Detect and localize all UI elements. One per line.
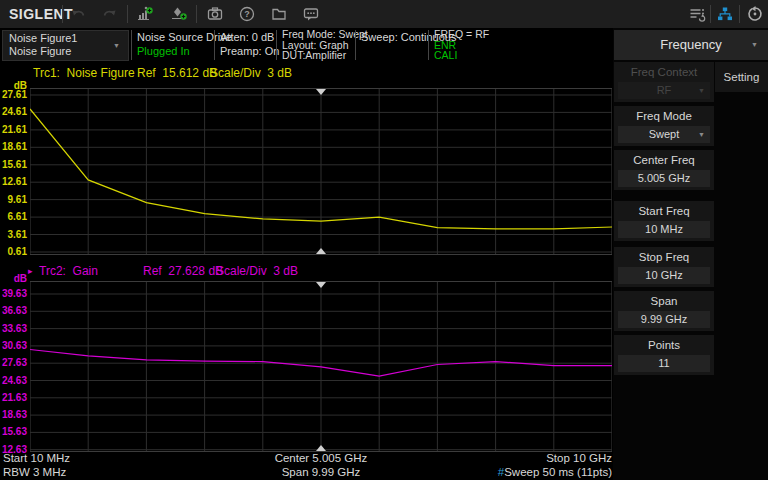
- y-axis-tick: 0.61: [8, 246, 27, 257]
- chevron-down-icon: ▼: [698, 126, 705, 143]
- freq-mode-select[interactable]: Swept▼: [618, 126, 710, 143]
- center-freq-label: Center Freq: [614, 154, 714, 166]
- start-freq-field[interactable]: 10 MHz: [618, 221, 710, 238]
- tab-setting[interactable]: Setting: [715, 62, 768, 92]
- chevron-down-icon: ▼: [698, 82, 705, 99]
- freq-context-label: Freq Context: [614, 66, 714, 78]
- y-axis-tick: 30.63: [2, 340, 27, 351]
- trace1-ref[interactable]: Ref 15.612 dB: [137, 66, 217, 80]
- add-marker-icon[interactable]: [170, 5, 188, 23]
- y-axis-tick: 24.61: [2, 106, 27, 117]
- task-list-icon[interactable]: [688, 5, 706, 23]
- y-axis-tick: 18.63: [2, 409, 27, 420]
- group-points: Points 11: [614, 335, 714, 375]
- trace2-active-arrow-icon: ▸: [28, 266, 33, 276]
- status-separator: [131, 30, 132, 60]
- y-axis-tick: 15.63: [2, 426, 27, 437]
- svg-text:?: ?: [244, 9, 250, 19]
- stop-freq-field[interactable]: 10 GHz: [618, 267, 710, 284]
- stop-freq-label: Stop Freq: [614, 251, 714, 263]
- toolbar-separator: [127, 5, 128, 23]
- sweep-readout: #Sweep 50 ms (11pts): [30, 466, 612, 478]
- group-stop-freq: Stop Freq 10 GHz: [614, 247, 714, 287]
- gain-plot: [30, 281, 612, 452]
- trace1-y-axis: 27.6124.6121.6118.6115.6112.619.616.613.…: [0, 88, 28, 255]
- span-label: Span: [614, 295, 714, 307]
- help-icon[interactable]: ?: [238, 5, 256, 23]
- trace2-header: ▸ Trc2: Gain Ref 27.628 dB Scale/Div 3 d…: [0, 264, 613, 278]
- status-separator: [214, 30, 215, 60]
- trace2-label[interactable]: Trc2: Gain: [39, 264, 98, 278]
- measurement-type: Noise Figure: [9, 45, 77, 58]
- y-axis-tick: 39.63: [2, 288, 27, 299]
- bottom-row-1: Start 10 MHz Center 5.005 GHz Stop 10 GH…: [0, 452, 613, 466]
- y-axis-tick: 12.61: [2, 176, 27, 187]
- group-center-freq: Center Freq 5.005 GHz: [614, 150, 714, 190]
- sidebar-menu-header[interactable]: Frequency ▼: [614, 30, 768, 60]
- points-field[interactable]: 11: [618, 355, 710, 372]
- y-axis-tick: 27.61: [2, 89, 27, 100]
- status-separator: [428, 30, 429, 60]
- y-axis-tick: 24.63: [2, 375, 27, 386]
- preamp-status: Preamp: On: [220, 44, 279, 58]
- stop-freq-readout: Stop 10 GHz: [30, 452, 612, 464]
- trace2-scale[interactable]: Scale/Div 3 dB: [216, 264, 298, 278]
- atten-status: Atten: 0 dB: [220, 30, 279, 44]
- group-freq-mode: Freq Mode Swept▼: [614, 106, 714, 146]
- toolbar-separator: [62, 5, 63, 23]
- group-start-freq: Start Freq 10 MHz: [614, 201, 714, 241]
- points-label: Points: [614, 339, 714, 351]
- file-folder-icon[interactable]: [270, 5, 288, 23]
- freq-mode-label: Freq Mode: [614, 110, 714, 122]
- toolbar-separator: [739, 5, 740, 23]
- noise-figure-plot: [30, 88, 612, 255]
- trace2-y-axis: 39.6336.6333.6330.6327.6324.6321.6318.63…: [0, 281, 28, 452]
- toolbar-separator: [196, 5, 197, 23]
- start-freq-label: Start Freq: [614, 205, 714, 217]
- measurement-name: Noise Figure1: [9, 32, 77, 45]
- lan-network-icon[interactable]: [716, 5, 734, 23]
- trace1-header: Trc1: Noise Figure Ref 15.612 dB Scale/D…: [0, 66, 613, 80]
- freq-rf-status: FREQ = RF: [434, 29, 489, 40]
- sidebar: Frequency ▼ Setting Freq Context RF▼ Fre…: [613, 28, 768, 480]
- redo-icon[interactable]: [100, 5, 118, 23]
- trace1-label[interactable]: Trc1: Noise Figure: [33, 66, 135, 80]
- y-axis-tick: 36.63: [2, 305, 27, 316]
- add-trace-icon[interactable]: [136, 5, 154, 23]
- center-freq-field[interactable]: 5.005 GHz: [618, 170, 710, 187]
- span-field[interactable]: 9.99 GHz: [618, 311, 710, 328]
- y-axis-tick: 27.63: [2, 357, 27, 368]
- noise-source-state: Plugged In: [137, 44, 232, 58]
- y-axis-tick: 33.63: [2, 323, 27, 334]
- y-axis-tick: 15.61: [2, 159, 27, 170]
- chevron-down-icon: ▼: [113, 42, 120, 49]
- status-separator: [276, 30, 277, 60]
- chevron-down-icon: ▼: [751, 30, 758, 60]
- y-axis-tick: 18.61: [2, 141, 27, 152]
- group-span: Span 9.99 GHz: [614, 291, 714, 331]
- status-bar: Noise Figure1 Noise Figure ▼ Noise Sourc…: [0, 28, 613, 62]
- measurement-select-dropdown[interactable]: Noise Figure1 Noise Figure ▼: [2, 30, 129, 61]
- group-freq-context: Freq Context RF▼: [614, 62, 714, 102]
- bottom-row-2: RBW 3 MHz Span 9.99 GHz #Sweep 50 ms (11…: [0, 466, 613, 480]
- y-axis-tick: 21.63: [2, 392, 27, 403]
- y-axis-tick: 6.61: [8, 211, 27, 222]
- trace2-ref[interactable]: Ref 27.628 dB: [143, 264, 223, 278]
- screenshot-camera-icon[interactable]: [206, 5, 224, 23]
- cali-status: CALI: [434, 50, 489, 61]
- y-axis-tick: 9.61: [8, 194, 27, 205]
- undo-icon[interactable]: [70, 5, 88, 23]
- history-icon[interactable]: [746, 5, 764, 23]
- sidebar-title: Frequency: [660, 37, 721, 52]
- y-axis-tick: 3.61: [8, 229, 27, 240]
- freq-context-select[interactable]: RF▼: [618, 82, 710, 99]
- toolbar: SIGLENT ?: [0, 0, 768, 28]
- y-axis-tick: 21.61: [2, 124, 27, 135]
- trace1-scale[interactable]: Scale/Div 3 dB: [210, 66, 292, 80]
- noise-figure-analyzer-screen: SIGLENT ?: [0, 0, 768, 480]
- noise-source-label: Noise Source Drive: [137, 30, 232, 44]
- toolbar-separator: [710, 5, 711, 23]
- siglent-logo: SIGLENT: [9, 6, 73, 22]
- message-icon[interactable]: [302, 5, 320, 23]
- status-separator: [355, 30, 356, 60]
